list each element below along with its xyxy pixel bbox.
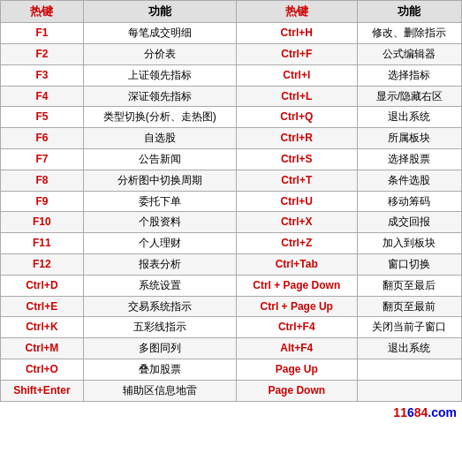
hotkey-cell-1: Shift+Enter: [1, 380, 84, 401]
hotkey-cell-2: Ctrl+F: [236, 43, 357, 64]
table-row: F12报表分析Ctrl+Tab窗口切换: [1, 253, 462, 275]
function-cell-1: 五彩线指示: [83, 317, 236, 338]
table-row: Ctrl+M多图同列Alt+F4退出系统: [1, 338, 462, 359]
hotkey-cell-1: Ctrl+O: [1, 359, 84, 380]
table-row: F7公告新闻Ctrl+S选择股票: [1, 148, 462, 170]
col-header-fn2: 功能: [357, 1, 461, 23]
hotkey-cell-2: Ctrl+X: [236, 212, 357, 233]
table-row: F11个人理财Ctrl+Z加入到板块: [1, 233, 462, 254]
function-cell-2: [357, 359, 461, 380]
function-cell-2: 公式编辑器: [357, 43, 461, 64]
function-cell-2: 退出系统: [357, 338, 461, 359]
table-row: F1每笔成交明细Ctrl+H修改、删除指示: [1, 23, 462, 44]
function-cell-1: 公告新闻: [83, 148, 236, 170]
hotkey-cell-1: F12: [1, 253, 84, 275]
function-cell-2: [357, 380, 461, 401]
hotkey-cell-1: F3: [1, 64, 84, 86]
hotkey-cell-1: F10: [1, 212, 84, 233]
hotkey-cell-1: Ctrl+M: [1, 338, 84, 359]
hotkey-cell-2: Ctrl+U: [236, 191, 357, 212]
hotkey-cell-2: Ctrl+Z: [236, 233, 357, 254]
function-cell-1: 交易系统指示: [83, 296, 236, 317]
table-row: Ctrl+E交易系统指示Ctrl + Page Up翻页至最前: [1, 296, 462, 317]
function-cell-2: 所属板块: [357, 128, 461, 149]
hotkey-cell-1: F6: [1, 128, 84, 149]
function-cell-1: 系统设置: [83, 275, 236, 296]
function-cell-1: 深证领先指标: [83, 86, 236, 107]
col-header-hk1: 热键: [1, 1, 84, 23]
function-cell-2: 关闭当前子窗口: [357, 317, 461, 338]
function-cell-1: 辅助区信息地雷: [83, 380, 236, 401]
hotkey-cell-1: F5: [1, 107, 84, 128]
function-cell-2: 翻页至最后: [357, 275, 461, 296]
function-cell-2: 窗口切换: [357, 253, 461, 275]
function-cell-1: 个人理财: [83, 233, 236, 254]
hotkey-cell-2: Ctrl + Page Down: [236, 275, 357, 296]
hotkey-cell-2: Ctrl+H: [236, 23, 357, 44]
hotkey-cell-2: Ctrl+R: [236, 128, 357, 149]
function-cell-2: 成交回报: [357, 212, 461, 233]
table-row: Ctrl+O叠加股票Page Up: [1, 359, 462, 380]
table-row: Ctrl+K五彩线指示Ctrl+F4关闭当前子窗口: [1, 317, 462, 338]
hotkey-cell-2: Alt+F4: [236, 338, 357, 359]
hotkey-cell-2: Ctrl+S: [236, 148, 357, 170]
function-cell-1: 个股资料: [83, 212, 236, 233]
function-cell-2: 显示/隐藏右区: [357, 86, 461, 107]
table-row: F4深证领先指标Ctrl+L显示/隐藏右区: [1, 86, 462, 107]
function-cell-1: 分析图中切换周期: [83, 170, 236, 191]
hotkey-cell-1: F11: [1, 233, 84, 254]
table-row: F6自选股Ctrl+R所属板块: [1, 128, 462, 149]
hotkey-cell-1: Ctrl+D: [1, 275, 84, 296]
function-cell-2: 翻页至最前: [357, 296, 461, 317]
table-row: Ctrl+D系统设置Ctrl + Page Down翻页至最后: [1, 275, 462, 296]
table-header-row: 热键 功能 热键 功能: [1, 1, 462, 23]
function-cell-2: 修改、删除指示: [357, 23, 461, 44]
function-cell-1: 叠加股票: [83, 359, 236, 380]
function-cell-2: 移动筹码: [357, 191, 461, 212]
function-cell-2: 退出系统: [357, 107, 461, 128]
function-cell-2: 条件选股: [357, 170, 461, 191]
hotkey-cell-2: Page Up: [236, 359, 357, 380]
hotkey-cell-2: Page Down: [236, 380, 357, 401]
hotkey-cell-1: F1: [1, 23, 84, 44]
hotkey-cell-1: F4: [1, 86, 84, 107]
table-row: Shift+Enter辅助区信息地雷Page Down: [1, 380, 462, 401]
function-cell-1: 报表分析: [83, 253, 236, 275]
table-row: F2分价表Ctrl+F公式编辑器: [1, 43, 462, 64]
table-row: F3上证领先指标Ctrl+I选择指标: [1, 64, 462, 86]
hotkey-cell-1: F2: [1, 43, 84, 64]
function-cell-2: 选择指标: [357, 64, 461, 86]
table-row: F8分析图中切换周期Ctrl+T条件选股: [1, 170, 462, 191]
table-row: F5类型切换(分析、走热图)Ctrl+Q退出系统: [1, 107, 462, 128]
hotkey-cell-1: Ctrl+E: [1, 296, 84, 317]
hotkey-cell-2: Ctrl + Page Up: [236, 296, 357, 317]
function-cell-2: 加入到板块: [357, 233, 461, 254]
hotkey-cell-2: Ctrl+T: [236, 170, 357, 191]
col-header-hk2: 热键: [236, 1, 357, 23]
hotkey-cell-2: Ctrl+Q: [236, 107, 357, 128]
hotkey-cell-2: Ctrl+F4: [236, 317, 357, 338]
function-cell-1: 上证领先指标: [83, 64, 236, 86]
hotkey-cell-1: F9: [1, 191, 84, 212]
hotkey-cell-1: F7: [1, 148, 84, 170]
hotkey-cell-2: Ctrl+Tab: [236, 253, 357, 275]
table-row: F10个股资料Ctrl+X成交回报: [1, 212, 462, 233]
function-cell-1: 分价表: [83, 43, 236, 64]
col-header-fn1: 功能: [83, 1, 236, 23]
function-cell-1: 每笔成交明细: [83, 23, 236, 44]
function-cell-1: 自选股: [83, 128, 236, 149]
function-cell-1: 多图同列: [83, 338, 236, 359]
table-row: F9委托下单Ctrl+U移动筹码: [1, 191, 462, 212]
watermark: 11684.com: [0, 402, 462, 423]
hotkey-cell-1: F8: [1, 170, 84, 191]
function-cell-2: 选择股票: [357, 148, 461, 170]
hotkey-cell-1: Ctrl+K: [1, 317, 84, 338]
hotkey-cell-2: Ctrl+I: [236, 64, 357, 86]
function-cell-1: 类型切换(分析、走热图): [83, 107, 236, 128]
function-cell-1: 委托下单: [83, 191, 236, 212]
hotkey-cell-2: Ctrl+L: [236, 86, 357, 107]
